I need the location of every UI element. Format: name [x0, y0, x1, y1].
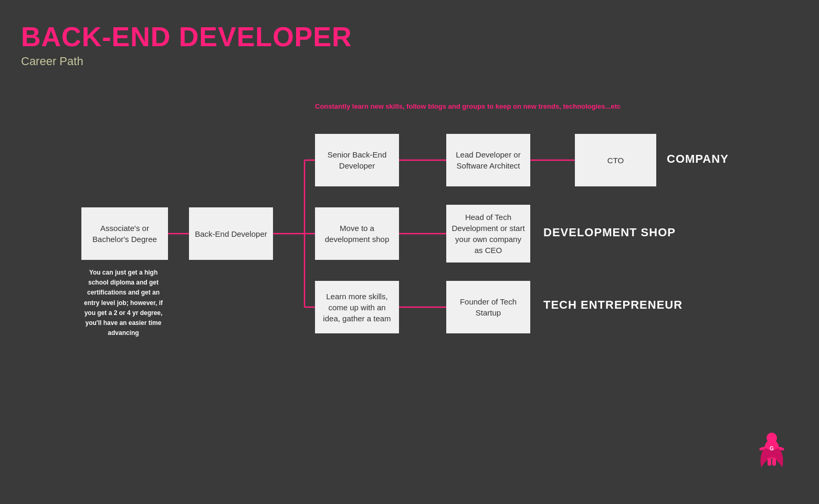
svg-text:G: G — [770, 446, 774, 452]
box-degree: Associate's or Bachelor's Degree — [81, 207, 168, 260]
label-entrepreneur: TECH ENTREPRENEUR — [543, 298, 682, 312]
page-title-block: BACK-END DEVELOPER Career Path — [21, 21, 352, 68]
box-backend: Back-End Developer — [189, 207, 273, 260]
box-cto: CTO — [575, 134, 656, 186]
label-company: COMPANY — [667, 152, 729, 166]
box-senior: Senior Back-End Developer — [315, 134, 399, 186]
svg-rect-13 — [768, 458, 771, 466]
tip-text: Constantly learn new skills, follow blog… — [315, 102, 621, 110]
note-text: You can just get a high school diploma a… — [81, 268, 165, 338]
box-founder: Founder of Tech Startup — [446, 281, 530, 333]
label-devshop: DEVELOPMENT SHOP — [543, 226, 676, 239]
box-skills: Learn more skills, come up with an idea,… — [315, 281, 399, 333]
box-devshop: Move to a development shop — [315, 207, 399, 260]
box-lead: Lead Developer or Software Architect — [446, 134, 530, 186]
svg-point-11 — [766, 433, 777, 443]
main-title: BACK-END DEVELOPER — [21, 21, 352, 52]
box-head: Head of Tech Development or start your o… — [446, 205, 530, 262]
subtitle: Career Path — [21, 55, 352, 68]
svg-rect-14 — [772, 458, 776, 466]
superhero-icon: G — [756, 430, 788, 472]
